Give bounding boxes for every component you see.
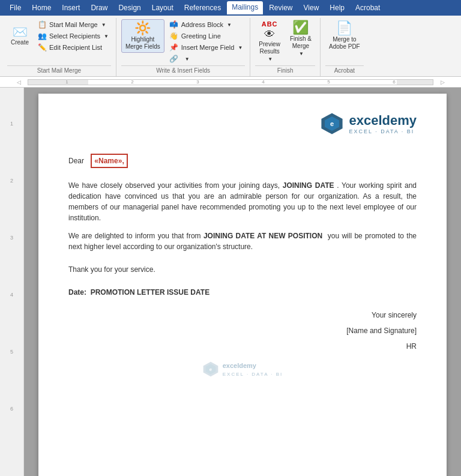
line-num-6: 6 bbox=[10, 403, 13, 460]
date-label: Date: bbox=[68, 288, 86, 297]
edit-list-label: Edit Recipient List bbox=[49, 44, 102, 51]
menu-insert[interactable]: Insert bbox=[57, 2, 85, 14]
ruler-right-margin: ▷ bbox=[433, 79, 451, 85]
finish-merge-icon: ✅ bbox=[292, 21, 309, 34]
menu-help[interactable]: Help bbox=[325, 2, 349, 14]
line-numbers: 1 2 3 4 5 6 bbox=[0, 88, 23, 460]
select-recipients-icon: 👥 bbox=[37, 32, 47, 40]
finish-merge-label: Finish &Merge bbox=[290, 35, 312, 50]
date-line: Date: PROMOTION LETTER ISSUE DATE bbox=[68, 287, 417, 298]
ribbon-container: File Home Insert Draw Design Layout Refe… bbox=[0, 0, 461, 16]
menu-review[interactable]: Review bbox=[264, 2, 297, 14]
main-area: 1 2 3 4 5 6 e exceldemy bbox=[0, 88, 461, 476]
watermark: e exceldemy EXCEL · DATA · BI bbox=[68, 361, 417, 378]
menu-draw[interactable]: Draw bbox=[86, 2, 112, 14]
menu-home[interactable]: Home bbox=[27, 2, 56, 14]
svg-text:e: e bbox=[209, 367, 212, 372]
mail-merge-group: 📋 Start Mail Merge ▼ 👥 Select Recipients… bbox=[35, 19, 111, 53]
adobe-icon: 📄 bbox=[336, 22, 352, 35]
letter-body: Dear «Name», We have closely observed yo… bbox=[68, 154, 417, 378]
ribbon-toolbar: ✉️ Create 📋 Start Mail Merge ▼ 👥 Select … bbox=[0, 16, 461, 77]
create-icon: ✉️ bbox=[13, 26, 28, 38]
address-block-button[interactable]: 📫 Address Block ▼ bbox=[167, 19, 246, 30]
svg-text:e: e bbox=[330, 120, 334, 127]
joining-date-position-field: JOINING DATE AT NEW POSITION bbox=[203, 232, 322, 240]
highlight-label: HighlightMerge Fields bbox=[125, 36, 160, 50]
document-page: e exceldemy EXCEL · DATA · BI Dear «Name… bbox=[38, 94, 447, 476]
dear-text: Dear bbox=[68, 155, 84, 166]
logo-text: exceldemy EXCEL · DATA · BI bbox=[349, 113, 417, 134]
adobe-label: Merge toAdobe PDF bbox=[329, 36, 360, 50]
group-label-acrobat: Acrobat bbox=[325, 65, 364, 75]
closing-dept: HR bbox=[68, 341, 417, 352]
logo-sub-text: EXCEL · DATA · BI bbox=[349, 128, 417, 134]
insert-merge-caret: ▼ bbox=[238, 45, 243, 50]
joining-date-field-1: JOINING DATE bbox=[283, 181, 334, 190]
insert-merge-label: Insert Merge Field bbox=[181, 44, 235, 51]
group-label-start-merge: Start Mail Merge bbox=[7, 65, 111, 75]
line-num-4: 4 bbox=[10, 289, 13, 346]
paragraph-2: We are delighted to inform you that from… bbox=[68, 230, 417, 252]
group-finish: ABC 👁 PreviewResults ▼ ✅ Finish &Merge ▼… bbox=[250, 18, 321, 76]
ruler: ◁ 123456 ▷ bbox=[0, 77, 461, 88]
greeting-line-icon: 👋 bbox=[169, 32, 179, 40]
highlight-icon: 🔆 bbox=[134, 22, 151, 35]
create-button[interactable]: ✉️ Create bbox=[7, 19, 32, 53]
extra-field-icon: 🔗 bbox=[169, 55, 179, 63]
menu-bar: File Home Insert Draw Design Layout Refe… bbox=[0, 0, 461, 16]
greeting-line-label: Greeting Line bbox=[181, 32, 221, 40]
start-mail-merge-button[interactable]: 📋 Start Mail Merge ▼ bbox=[35, 19, 111, 30]
date-field: PROMOTION LETTER ISSUE DATE bbox=[91, 288, 209, 297]
start-merge-label: Start Mail Merge bbox=[49, 21, 98, 28]
closing-salutation: Your sincerely bbox=[68, 310, 417, 321]
group-acrobat: 📄 Merge toAdobe PDF Acrobat bbox=[321, 18, 369, 76]
insert-merge-field-button[interactable]: 📌 Insert Merge Field ▼ bbox=[167, 42, 246, 53]
preview-results-label: PreviewResults bbox=[259, 41, 280, 55]
insert-merge-icon: 📌 bbox=[169, 43, 179, 52]
ruler-left-margin: ◁ bbox=[10, 79, 28, 85]
group-start-mail-merge: ✉️ Create 📋 Start Mail Merge ▼ 👥 Select … bbox=[2, 18, 116, 76]
line-num-3: 3 bbox=[10, 232, 13, 289]
address-block-icon: 📫 bbox=[169, 20, 179, 29]
menu-view[interactable]: View bbox=[299, 2, 324, 14]
closing-name: [Name and Signature] bbox=[68, 325, 417, 336]
start-merge-icon: 📋 bbox=[37, 20, 47, 29]
ruler-track: 123456 bbox=[28, 79, 433, 85]
select-recipients-button[interactable]: 👥 Select Recipients ▼ bbox=[35, 31, 111, 41]
sidebar-left: 1 2 3 4 5 6 bbox=[0, 88, 24, 476]
watermark-main: exceldemy bbox=[223, 361, 283, 371]
logo-icon: e bbox=[320, 112, 344, 136]
logo-main-text: exceldemy bbox=[349, 113, 417, 128]
menu-file[interactable]: File bbox=[5, 2, 26, 14]
closing-section: Your sincerely [Name and Signature] HR bbox=[68, 310, 417, 352]
menu-references[interactable]: References bbox=[179, 2, 226, 14]
extra-field-button[interactable]: 🔗 ▼ bbox=[167, 53, 246, 64]
create-label: Create bbox=[11, 39, 29, 46]
line-num-2: 2 bbox=[10, 175, 13, 232]
ruler-numbers: 123456 bbox=[34, 79, 427, 85]
finish-merge-button[interactable]: ✅ Finish &Merge ▼ bbox=[286, 19, 315, 58]
preview-icon: 👁 bbox=[264, 29, 275, 40]
menu-acrobat[interactable]: Acrobat bbox=[351, 2, 385, 14]
line-num-5: 5 bbox=[10, 346, 13, 403]
document-area[interactable]: e exceldemy EXCEL · DATA · BI Dear «Name… bbox=[24, 88, 461, 476]
highlight-merge-fields-button[interactable]: 🔆 HighlightMerge Fields bbox=[121, 19, 164, 53]
preview-abc-text: ABC bbox=[262, 21, 278, 28]
address-block-caret: ▼ bbox=[227, 22, 232, 28]
logo-area: e exceldemy EXCEL · DATA · BI bbox=[68, 112, 417, 136]
group-label-finish: Finish bbox=[255, 65, 315, 75]
greeting-line-button[interactable]: 👋 Greeting Line bbox=[167, 31, 246, 41]
merge-to-adobe-button[interactable]: 📄 Merge toAdobe PDF bbox=[325, 19, 364, 53]
finish-merge-caret: ▼ bbox=[299, 51, 304, 56]
group-write-insert: 🔆 HighlightMerge Fields 📫 Address Block … bbox=[116, 18, 250, 76]
menu-design[interactable]: Design bbox=[113, 2, 145, 14]
preview-results-button[interactable]: ABC 👁 PreviewResults ▼ bbox=[255, 19, 284, 64]
edit-recipient-list-button[interactable]: ✏️ Edit Recipient List bbox=[35, 42, 111, 53]
thank-you-line: Thank you for your service. bbox=[68, 264, 417, 275]
address-block-label: Address Block bbox=[181, 21, 223, 28]
insert-fields-group: 📫 Address Block ▼ 👋 Greeting Line 📌 Inse… bbox=[167, 19, 246, 64]
watermark-text-area: exceldemy EXCEL · DATA · BI bbox=[223, 361, 283, 378]
menu-layout[interactable]: Layout bbox=[147, 2, 178, 14]
menu-mailings[interactable]: Mailings bbox=[227, 1, 263, 14]
dear-line: Dear «Name», bbox=[68, 154, 417, 168]
